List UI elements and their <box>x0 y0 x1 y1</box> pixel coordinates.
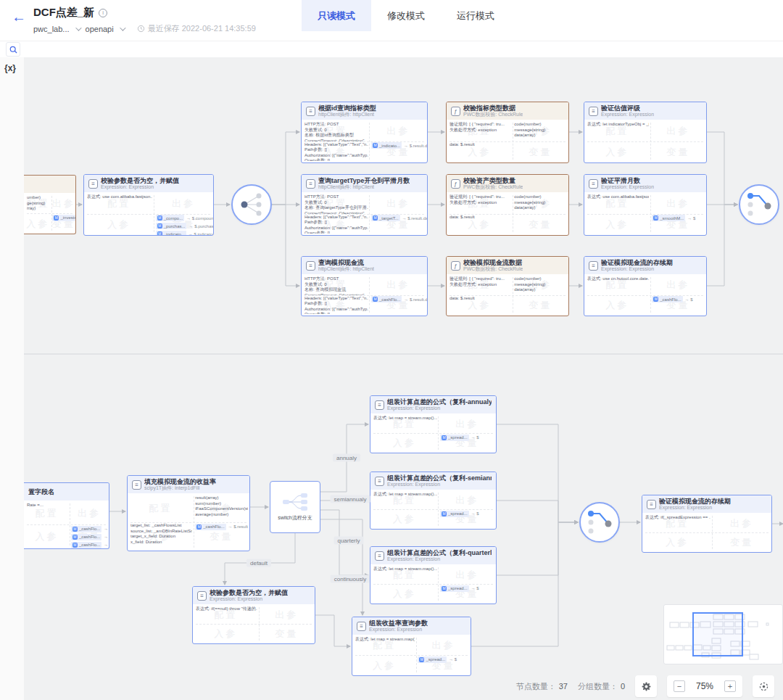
flow-node-check-simulated-cashflow-data[interactable]: ƒ校验模拟现金流数据PWC数据校验: CheckRule配置出参入参变量验证规则… <box>446 256 569 316</box>
flow-node-http-query-targettype-smooth-months[interactable]: ≡查询targetType开仓到平滑月数httpClient插件: httpCl… <box>301 174 428 236</box>
config-line: target_list: _cashFlowsList <box>130 523 192 529</box>
node-title: 验证模拟现金流的存续期 <box>659 498 731 505</box>
watermark-vars: 变量 <box>529 146 552 159</box>
node-title: 验证平滑月数 <box>601 177 654 184</box>
node-q-tl: HTTP方法: POST失败重试: 0名称: 查询模拟现金流ConnectTim… <box>304 276 368 295</box>
config-line: 失败重试: 0 <box>304 128 368 133</box>
workspace-dropdown[interactable]: pwc_lab... <box>33 25 70 33</box>
chevron-down-icon[interactable] <box>120 25 125 30</box>
flow-node-check-asset-type-data[interactable]: ƒ校验资产类型数量PWC数据校验: CheckRule配置出参入参变量验证规则:… <box>446 174 569 236</box>
flow-node-cut-set-field-names[interactable]: 置字段名配置出参入参变量Rate =...M_cashFlo...→ Inter… <box>24 482 109 549</box>
flow-node-http-query-simulated-cashflow[interactable]: ≡查询模拟现金流httpClient插件: httpClient配置出参入参变量… <box>301 256 428 316</box>
watermark-in: 入参 <box>214 627 237 641</box>
flow-node-check-params-assign-lower[interactable]: ≡校验参数是否为空，并赋值Expression: Expression配置出参入… <box>192 586 315 644</box>
config-line: 失败处理方式: exception <box>450 200 511 206</box>
node-subtitle: Expression: Expression <box>387 556 492 562</box>
config-line: data(array) <box>514 205 567 211</box>
node-title: 组装计算点差的公式（复利-annualy） <box>387 398 492 405</box>
tag-value: → $ <box>685 297 693 302</box>
config-line: 表达式: let indicatorTypeObj = _i... <box>587 122 649 128</box>
variable-icon: M <box>442 435 447 440</box>
env-dropdown[interactable]: openapi <box>86 25 114 33</box>
tab-readonly-mode[interactable]: 只读模式 <box>302 0 371 31</box>
flow-node-switch-branch[interactable]: switch流程分支 <box>270 481 320 533</box>
minimap-viewport[interactable] <box>693 613 742 656</box>
watermark-out: 出参 <box>666 197 689 210</box>
tab-run-mode[interactable]: 运行模式 <box>441 0 510 31</box>
node-header: ≡验证模拟现金流的存续期Expression: Expression <box>642 495 771 513</box>
variable-icon: M <box>442 511 447 516</box>
tag-name-text: _compo... <box>164 216 183 221</box>
node-header: ≡查询模拟现金流httpClient插件: httpClient <box>302 257 427 274</box>
config-line: message(string) <box>514 128 567 133</box>
node-header: ≡校验参数是否为空，并赋值Expression: Expression <box>84 175 213 192</box>
node-q-tl: HTTP方法: POST失败重试: 0名称: 根据id查询指标类型Connect… <box>304 122 368 141</box>
node-q-tl: 表达式: let map = stream.map()... <box>373 416 437 434</box>
node-q-bl: Headers: [{"valueType":"Text","n...Path参… <box>304 296 368 314</box>
flow-node-cut-check-left[interactable]: 配置出参入参变量umber)ge(string)rray)M_investm..… <box>24 175 76 234</box>
node-q-bl: data: $.result <box>450 215 511 234</box>
flow-node-verify-cashflow-duration-top[interactable]: ≡验证模拟现金流的存续期Expression: Expression配置出参入参… <box>584 256 707 316</box>
node-title: 验证模拟现金流的存续期 <box>601 259 673 266</box>
merge-gateway[interactable] <box>579 502 620 543</box>
tab-edit-mode[interactable]: 修改模式 <box>371 0 441 31</box>
watermark-config: 配置 <box>149 502 172 515</box>
tag-value: → $ <box>471 586 479 590</box>
merge-gateway[interactable] <box>739 184 779 225</box>
flow-node-verify-smooth-months[interactable]: ≡验证平滑月数Expression: Expression配置出参入参变量表达式… <box>584 174 707 236</box>
flow-node-assemble-spread-formula-semiannualy[interactable]: ≡组装计算点差的公式（复利-semiannualy）Expression: Ex… <box>370 472 497 530</box>
flow-node-check-indicator-type-data[interactable]: ƒ校验指标类型数据PWC数据校验: CheckRule配置出参入参变量验证规则:… <box>446 102 569 163</box>
edge <box>497 522 578 575</box>
flow-node-assemble-spread-formula-quarterly[interactable]: ≡组装计算点差的公式（复利-quarterly）Expression: Expr… <box>370 546 497 604</box>
node-type-icon: ≡ <box>647 500 656 509</box>
flow-node-fill-cashflow-yield[interactable]: ≡填充模拟现金流的收益率scipy1T插件: interp1dFill配置出参入… <box>127 475 250 551</box>
flow-node-verify-cashflow-duration-bottom[interactable]: ≡验证模拟现金流的存续期Expression: Expression配置出参入参… <box>642 495 772 553</box>
node-output-tags: M_spread...→ $ <box>440 511 494 517</box>
node-subtitle: PWC数据校验: CheckRule <box>463 112 523 118</box>
node-title: 组装计算点差的公式（复利-semiannualy） <box>387 474 492 482</box>
tag-name-text: _cashFlo... <box>379 297 400 302</box>
status-bar: 节点数量：37 分组数量：0 − 75% + <box>516 675 774 697</box>
node-output-tags: M_cashFlo...→ InterestRateM_cashFlo...→ … <box>71 526 107 548</box>
output-tag: M_spread...→ $ <box>440 585 494 592</box>
flow-node-assemble-spread-formula-annualy[interactable]: ≡组装计算点差的公式（复利-annualy）Expression: Expres… <box>370 395 497 453</box>
tag-name-text: _cashFlo... <box>660 297 681 302</box>
config-line: 表达式: let map = stream.map()... <box>355 637 415 643</box>
node-type-icon: ≡ <box>306 107 315 116</box>
fit-view-button[interactable] <box>753 675 774 697</box>
fanout-gateway[interactable] <box>231 184 272 225</box>
chevron-down-icon[interactable] <box>75 25 81 30</box>
search-button[interactable] <box>6 42 20 57</box>
tag-value: → $.result <box>228 524 248 529</box>
flow-node-check-params-assign[interactable]: ≡校验参数是否为空，并赋值Expression: Expression配置出参入… <box>83 174 214 236</box>
mode-tabs: 只读模式 修改模式 运行模式 <box>302 0 510 31</box>
node-output-tags: M_compo...→ $.compoun...M_purchas...→ $.… <box>156 215 212 236</box>
node-type-icon: ≡ <box>589 107 598 116</box>
zoom-in-button[interactable]: + <box>724 680 736 692</box>
flow-node-verify-valuation-rating[interactable]: ≡验证估值评级Expression: Expression配置出参入参变量表达式… <box>584 102 707 163</box>
watermark-out: 出参 <box>432 639 455 652</box>
breadcrumb: pwc_lab... openapi 最近保存 2022-06-21 14:35… <box>33 23 256 34</box>
node-header: ≡组装计算点差的公式（复利-quarterly）Expression: Expr… <box>370 547 496 564</box>
flow-canvas[interactable]: {x} 节点数量：37 分组数量： <box>0 57 783 700</box>
config-line: data(array) <box>514 133 567 139</box>
config-line: Authorization: [{"name":"authTyp... <box>304 307 368 313</box>
variable-icon: M <box>373 297 378 302</box>
node-q-tr: code(number)message(string)data(array) <box>514 122 567 141</box>
node-header: ≡验证平滑月数Expression: Expression <box>584 175 706 192</box>
fit-view-icon <box>758 681 769 692</box>
minimap[interactable] <box>663 604 783 664</box>
node-q-tr: result(array)sum(number)iFaaSComponentVe… <box>195 495 248 522</box>
tag-value: → $ <box>471 435 479 440</box>
watermark-vars: 变量 <box>529 218 552 231</box>
flow-node-assemble-yield-query-params[interactable]: ≡组装收益率查询参数Expression: Expression配置出参入参变量… <box>352 617 471 676</box>
variable-icon: M <box>373 215 378 221</box>
settings-button[interactable] <box>635 675 657 697</box>
node-q-tl: 表达式: use cn.hutool.core.date... <box>587 276 649 295</box>
config-line: average(number) <box>195 512 248 518</box>
back-button[interactable]: ← <box>12 9 26 25</box>
flow-node-http-query-indicator-type[interactable]: ≡根据id查询指标类型httpClient插件: httpClient配置出参入… <box>301 102 428 163</box>
zoom-out-button[interactable]: − <box>674 680 685 692</box>
config-line: 表达式: use cn.hutool.core.date... <box>587 276 649 282</box>
node-subtitle: httpClient插件: httpClient <box>318 184 410 190</box>
